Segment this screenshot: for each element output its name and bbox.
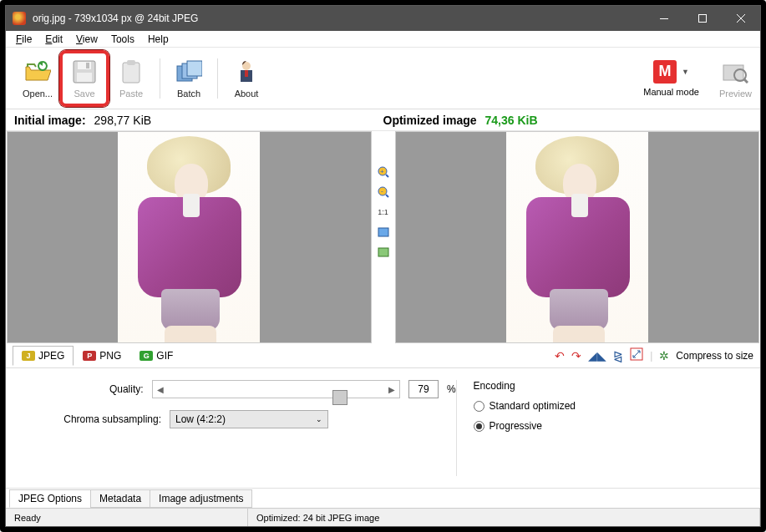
rotate-left-icon[interactable]: ↶ (555, 349, 565, 362)
save-button[interactable]: Save (61, 52, 108, 105)
menu-edit[interactable]: Edit (38, 32, 69, 47)
paste-button[interactable]: Paste (108, 52, 155, 105)
svg-rect-13 (245, 70, 248, 77)
menubar: File Edit View Tools Help (6, 31, 760, 48)
zoom-fit-icon[interactable] (376, 225, 391, 240)
slider-left-arrow-icon[interactable]: ◀ (153, 381, 168, 398)
tab-jpeg-options[interactable]: JPEG Options (9, 489, 91, 508)
folder-open-icon (24, 58, 51, 85)
highlight-annotation (59, 50, 109, 107)
svg-rect-10 (187, 61, 202, 76)
chevron-down-icon: ⌄ (316, 415, 322, 423)
titlebar: orig.jpg - 739x1034 px @ 24bit JPEG (6, 6, 760, 31)
bottom-tabs: JPEG Options Metadata Image adjustments (6, 488, 760, 508)
menu-file[interactable]: File (9, 32, 38, 47)
zoom-tools: + - 1:1 (373, 131, 394, 343)
resize-icon[interactable] (630, 347, 643, 363)
options-panel: Quality: ◀ ▶ % Chroma subsampling: Low (… (6, 368, 760, 488)
toolbar: Open... Save Paste Batch Ab (6, 48, 760, 109)
optimized-image-label: Optimized image (383, 114, 477, 127)
status-ready: Ready (6, 509, 248, 526)
svg-rect-7 (127, 60, 135, 65)
tab-gif[interactable]: G GIF (130, 346, 182, 366)
app-window: orig.jpg - 739x1034 px @ 24bit JPEG File… (5, 5, 761, 527)
svg-line-18 (386, 175, 388, 177)
batch-button[interactable]: Batch (165, 52, 212, 105)
preview-area: + - 1:1 (6, 131, 760, 343)
tab-metadata[interactable]: Metadata (90, 489, 150, 508)
svg-text:-: - (381, 187, 383, 195)
zoom-page-icon[interactable] (376, 245, 391, 260)
person-icon (233, 58, 260, 85)
rotate-right-icon[interactable]: ↷ (571, 349, 581, 362)
tab-image-adjustments[interactable]: Image adjustments (150, 489, 252, 508)
info-bar: Initial image: 298,77 KiB Optimized imag… (6, 109, 760, 131)
slider-right-arrow-icon[interactable]: ▶ (384, 381, 399, 398)
zoom-actual-button[interactable]: 1:1 (376, 205, 391, 220)
window-title: orig.jpg - 739x1034 px @ 24bit JPEG (33, 13, 645, 24)
encoding-label: Encoding (474, 380, 747, 392)
png-icon: P (83, 351, 96, 361)
open-button[interactable]: Open... (14, 52, 61, 105)
gif-icon: G (140, 351, 153, 361)
initial-image-label: Initial image: (14, 114, 86, 127)
clipboard-icon (118, 58, 145, 85)
status-optimized: Optimized: 24 bit JPEG image (248, 509, 760, 526)
tab-jpeg[interactable]: J JPEG (13, 346, 74, 366)
svg-text:+: + (380, 168, 384, 175)
svg-rect-14 (723, 65, 743, 80)
compress-to-size-button[interactable]: Compress to size (676, 350, 753, 362)
radio-standard[interactable]: Standard optimized (474, 400, 747, 412)
optimized-image (506, 132, 648, 342)
svg-rect-23 (378, 228, 388, 236)
svg-rect-1 (699, 15, 707, 23)
mode-icon: M (653, 60, 677, 84)
tab-png[interactable]: P PNG (74, 346, 130, 366)
radio-progressive[interactable]: Progressive (474, 420, 747, 432)
svg-rect-24 (378, 248, 388, 256)
initial-image (118, 132, 260, 342)
chroma-label: Chroma subsampling: (19, 413, 161, 425)
percent-label: % (447, 383, 456, 395)
chroma-dropdown[interactable]: Low (4:2:2) ⌄ (170, 410, 328, 428)
radio-icon (474, 401, 484, 412)
radio-checked-icon (474, 421, 484, 432)
minimize-button[interactable] (645, 6, 683, 31)
flip-horizontal-icon[interactable]: ◢◣ (588, 349, 606, 362)
flip-vertical-icon[interactable]: ⧎ (613, 349, 623, 362)
optimized-image-size: 74,36 KiB (485, 114, 538, 127)
menu-view[interactable]: View (69, 32, 104, 47)
svg-rect-6 (123, 63, 140, 83)
svg-rect-0 (660, 18, 668, 19)
optimized-preview-pane[interactable] (395, 131, 760, 343)
maximize-button[interactable] (683, 6, 722, 31)
magnifier-icon (722, 58, 748, 85)
status-bar: Ready Optimized: 24 bit JPEG image (6, 508, 760, 526)
chevron-down-icon: ▼ (682, 68, 689, 76)
format-row: J JPEG P PNG G GIF ↶ ↷ ◢◣ ⧎ | ✲ Compress… (6, 343, 760, 368)
preview-button[interactable]: Preview (719, 58, 752, 99)
zoom-in-icon[interactable]: + (376, 165, 391, 180)
app-icon (13, 12, 26, 25)
initial-image-size: 298,77 KiB (94, 114, 152, 127)
jpeg-icon: J (22, 351, 35, 361)
about-button[interactable]: About (223, 52, 270, 105)
quality-slider[interactable]: ◀ ▶ (152, 380, 400, 398)
svg-line-16 (744, 79, 748, 83)
initial-preview-pane[interactable] (7, 131, 372, 343)
menu-tools[interactable]: Tools (104, 32, 141, 47)
quality-label: Quality: (19, 383, 144, 395)
quality-input[interactable] (408, 380, 439, 398)
mode-selector[interactable]: M ▼ Manual mode (643, 60, 699, 97)
svg-line-21 (386, 195, 388, 197)
menu-help[interactable]: Help (141, 32, 175, 47)
close-button[interactable] (722, 6, 760, 31)
gear-icon[interactable]: ✲ (659, 349, 669, 362)
batch-icon (175, 58, 202, 85)
zoom-out-icon[interactable]: - (376, 185, 391, 200)
